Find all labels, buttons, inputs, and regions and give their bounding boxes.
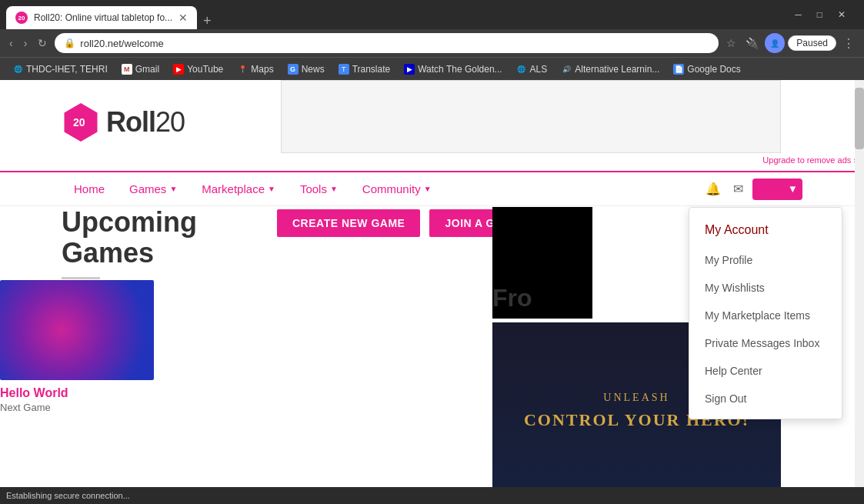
lock-icon: 🔒 <box>64 38 75 48</box>
maps-icon: 📍 <box>237 64 248 75</box>
bookmark-gdocs[interactable]: 📄 Google Docs <box>667 62 746 77</box>
restore-button[interactable]: □ <box>811 6 829 23</box>
youtube-icon: ▶ <box>173 64 184 75</box>
games-arrow-icon: ▼ <box>169 185 177 193</box>
watch-icon: ▶ <box>404 64 415 75</box>
browser-actions: ☆ 🔌 👤 Paused ⋮ <box>723 33 858 54</box>
gmail-icon: M <box>122 64 132 75</box>
message-icon[interactable]: ✉ <box>730 179 746 199</box>
dropdown-marketplace-items[interactable]: My Marketplace Items <box>689 302 842 329</box>
window-controls: ─ □ ✕ <box>782 6 858 23</box>
dropdown-my-account[interactable]: My Account <box>689 214 842 246</box>
profile-icon[interactable]: 👤 <box>765 33 785 53</box>
logo-area: 20 Roll20 <box>62 103 185 142</box>
bookmark-icon[interactable]: ☆ <box>723 34 739 52</box>
bookmark-gdocs-label: Google Docs <box>687 64 740 75</box>
ad-banner <box>281 80 781 153</box>
bookmark-gmail[interactable]: M Gmail <box>115 62 165 77</box>
status-bar: Establishing secure connection... <box>0 487 864 504</box>
tab-title: Roll20: Online virtual tabletop fo... <box>34 12 172 23</box>
section-divider <box>62 277 100 279</box>
bookmark-altlearn[interactable]: 🔊 Alternative Learnin... <box>555 62 666 77</box>
community-arrow-icon: ▼ <box>424 185 432 193</box>
dropdown-private-messages[interactable]: Private Messages Inbox <box>689 329 842 357</box>
user-dropdown-arrow[interactable]: ▼ <box>783 179 802 200</box>
address-text: roll20.net/welcome <box>80 38 709 49</box>
nav-right: 🔔 ✉ ▼ <box>702 179 802 200</box>
bookmark-news[interactable]: G News <box>282 62 331 77</box>
roll20-logo-icon[interactable]: 20 <box>62 103 100 142</box>
bookmark-als-label: ALS <box>530 64 548 75</box>
roll20-logo-text: Roll20 <box>106 106 185 139</box>
active-tab[interactable]: 20 Roll20: Online virtual tabletop fo...… <box>6 6 197 29</box>
user-dropdown-menu: My Account My Profile My Wishlists My Ma… <box>689 207 842 419</box>
page-content-area: Upgrade to remove ads › 20 Roll20 Home G… <box>0 80 864 504</box>
nav-community[interactable]: Community ▼ <box>350 172 444 205</box>
title-bar: 20 Roll20: Online virtual tabletop fo...… <box>0 0 864 29</box>
paused-button[interactable]: Paused <box>788 35 836 51</box>
news-icon: G <box>288 64 299 75</box>
bookmark-als[interactable]: 🌐 ALS <box>510 62 554 77</box>
game-thumbnail <box>0 280 154 380</box>
bookmark-gmail-label: Gmail <box>135 64 159 75</box>
nav-marketplace[interactable]: Marketplace ▼ <box>189 172 288 205</box>
bookmark-youtube[interactable]: ▶ YouTube <box>167 62 229 77</box>
new-tab-button[interactable]: + <box>197 13 218 29</box>
tab-favicon: 20 <box>15 12 28 24</box>
close-button[interactable]: ✕ <box>832 6 852 23</box>
als-icon: 🌐 <box>516 64 527 75</box>
dropdown-help-center[interactable]: Help Center <box>689 357 842 385</box>
tools-arrow-icon: ▼ <box>330 185 338 193</box>
minimize-button[interactable]: ─ <box>789 6 808 23</box>
create-new-game-button[interactable]: CREATE NEW GAME <box>277 209 420 237</box>
dropdown-sign-out[interactable]: Sign Out <box>689 385 842 412</box>
bookmark-watch[interactable]: ▶ Watch The Golden... <box>398 62 508 77</box>
bookmarks-bar: 🌐 THDC-IHET, TEHRI M Gmail ▶ YouTube 📍 M… <box>0 57 864 80</box>
notification-bell-icon[interactable]: 🔔 <box>702 179 724 199</box>
user-menu-area: ▼ <box>752 179 802 200</box>
nav-tools[interactable]: Tools ▼ <box>288 172 350 205</box>
bookmark-news-label: News <box>302 64 325 75</box>
user-name-button[interactable] <box>752 179 783 200</box>
nav-games[interactable]: Games ▼ <box>117 172 189 205</box>
refresh-button[interactable]: ↻ <box>35 34 50 52</box>
game-name[interactable]: Hello World <box>0 386 169 400</box>
main-nav: Home Games ▼ Marketplace ▼ Tools ▼ Commu… <box>0 171 864 206</box>
scrollbar-thumb[interactable] <box>855 88 864 149</box>
translate-icon: T <box>339 64 349 75</box>
extension-icon[interactable]: 🔌 <box>742 34 762 52</box>
back-button[interactable]: ‹ <box>6 34 16 52</box>
bookmark-watch-label: Watch The Golden... <box>418 64 502 75</box>
bookmark-maps-label: Maps <box>251 64 273 75</box>
gdocs-icon: 📄 <box>673 64 684 75</box>
address-bar: ‹ › ↻ 🔒 roll20.net/welcome ☆ 🔌 👤 Paused … <box>0 29 864 57</box>
bookmark-maps[interactable]: 📍 Maps <box>231 62 279 77</box>
bookmark-translate-label: Translate <box>352 64 391 75</box>
tab-area: 20 Roll20: Online virtual tabletop fo...… <box>6 0 782 29</box>
upgrade-link[interactable]: Upgrade to remove ads › <box>762 155 856 165</box>
partial-heading: Fro <box>492 284 532 312</box>
status-text: Establishing secure connection... <box>6 491 130 500</box>
forward-button[interactable]: › <box>21 34 31 52</box>
game-card[interactable]: Hello World Next Game <box>0 280 169 413</box>
bookmark-youtube-label: YouTube <box>187 64 223 75</box>
dropdown-my-profile[interactable]: My Profile <box>689 246 842 274</box>
bookmark-altlearn-label: Alternative Learnin... <box>575 64 659 75</box>
scrollbar[interactable] <box>855 80 864 504</box>
tab-close-btn[interactable]: ✕ <box>178 12 188 24</box>
thdc-icon: 🌐 <box>12 64 23 75</box>
bookmark-thdc-label: THDC-IHET, TEHRI <box>26 64 108 75</box>
game-thumbnail-image <box>0 280 154 380</box>
address-input[interactable]: 🔒 roll20.net/welcome <box>55 33 719 53</box>
svg-text:20: 20 <box>73 116 85 129</box>
browser-menu-icon[interactable]: ⋮ <box>839 33 858 54</box>
bookmark-thdc[interactable]: 🌐 THDC-IHET, TEHRI <box>6 62 114 77</box>
altlearn-icon: 🔊 <box>561 64 572 75</box>
marketplace-arrow-icon: ▼ <box>268 185 275 193</box>
next-game-label: Next Game <box>0 402 169 413</box>
bookmark-translate[interactable]: T Translate <box>332 62 397 77</box>
nav-home[interactable]: Home <box>62 172 117 205</box>
dropdown-my-wishlists[interactable]: My Wishlists <box>689 274 842 302</box>
